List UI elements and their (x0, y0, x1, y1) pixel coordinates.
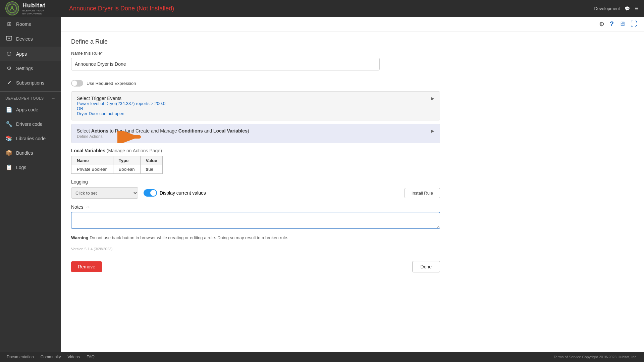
dev-tools-label: Developer tools (5, 96, 44, 100)
header-icons: Development 💬 ☰ (594, 6, 639, 11)
bottom-buttons: Remove Done (71, 258, 440, 272)
sidebar-item-drivers-code[interactable]: 🔧 Drivers code (0, 117, 61, 131)
sidebar-label-logs: Logs (16, 165, 26, 170)
vars-table: Name Type Value Private BooleanBooleantr… (71, 156, 163, 174)
logging-row: Click to set Display current values Inst… (71, 187, 440, 199)
display-current-values-label: Display current values (160, 190, 206, 196)
sidebar-item-subscriptions[interactable]: ✔ Subscriptions (0, 75, 61, 90)
dev-tools-collapse-icon[interactable]: ↔ (51, 96, 56, 101)
footer-link-community[interactable]: Community (41, 355, 61, 359)
logging-section: Logging Click to set Display current val… (71, 179, 440, 199)
cell-type: Boolean (113, 165, 140, 174)
cell-value: true (140, 165, 163, 174)
name-rule-input[interactable] (71, 58, 380, 70)
use-required-expression-toggle[interactable] (71, 80, 83, 87)
apps-code-icon: 📄 (5, 106, 13, 113)
content-toolbar: ⚙ ? 🖥 ⛶ (61, 17, 644, 32)
bundles-icon: 📦 (5, 150, 13, 156)
display-current-values-toggle[interactable] (144, 189, 157, 197)
logo-tagline: ELEVATE YOUR ENVIRONMENT (22, 9, 66, 15)
logs-icon: 📋 (5, 164, 13, 170)
sidebar-item-apps-code[interactable]: 📄 Apps code (0, 102, 61, 117)
table-row: Private BooleanBooleantrue (71, 165, 163, 174)
devices-icon (5, 35, 13, 43)
trigger-or: OR (77, 106, 84, 111)
name-rule-label: Name this Rule* (71, 51, 440, 56)
sidebar-item-devices[interactable]: Devices (0, 31, 61, 47)
sidebar-label-rooms: Rooms (16, 21, 31, 27)
notes-section: Notes ↔ (71, 204, 440, 230)
svg-point-3 (8, 38, 10, 39)
footer-link-docs[interactable]: Documentation (7, 355, 34, 359)
actions-block: Select Actions to Run (and Create and Ma… (71, 124, 440, 143)
trigger-events-header[interactable]: Select Trigger Events Power level of Dry… (71, 92, 440, 120)
actions-chevron-icon: ▶ (431, 128, 434, 134)
local-vars-label: Local Variables (Manage on Actions Page) (71, 148, 440, 153)
footer-right: Terms of Service Copyright 2018-2023 Hub… (554, 355, 637, 359)
apps-icon: ⬡ (5, 51, 13, 57)
sidebar-label-subscriptions: Subscriptions (16, 80, 44, 86)
logo-icon (5, 1, 19, 15)
sidebar-item-libraries-code[interactable]: 📚 Libraries code (0, 131, 61, 146)
sidebar-label-devices: Devices (16, 36, 33, 42)
trigger-link-power[interactable]: Power level of Dryer(234.337) reports > … (77, 101, 165, 106)
sidebar-item-settings[interactable]: ⚙ Settings (0, 61, 61, 75)
sidebar-item-rooms[interactable]: ⊞ Rooms (0, 17, 61, 31)
sidebar-label-bundles: Bundles (16, 150, 33, 156)
use-required-expression-label: Use Required Expression (87, 81, 136, 86)
notifications-icon[interactable]: 💬 (625, 6, 630, 11)
local-vars-section: Local Variables (Manage on Actions Page)… (71, 148, 440, 174)
expand-tool-icon[interactable]: ⛶ (631, 20, 637, 28)
col-name: Name (71, 156, 113, 165)
notes-textarea[interactable] (71, 212, 440, 229)
actions-title: Select Actions to Run (and Create and Ma… (77, 128, 249, 134)
libraries-code-icon: 📚 (5, 135, 13, 142)
footer: Documentation Community Videos FAQ Terms… (0, 352, 644, 362)
page-title: Announce Dryer is Done (Not Installed) (66, 5, 594, 12)
dev-tools-header: Developer tools ↔ (0, 93, 61, 102)
sidebar-item-logs[interactable]: 📋 Logs (0, 160, 61, 174)
logo-name: Hubitat (22, 2, 66, 9)
settings-icon: ⚙ (5, 65, 13, 71)
notes-expand-icon: ↔ (86, 204, 91, 210)
define-rule-title: Define a Rule (71, 38, 440, 45)
sidebar-item-apps[interactable]: ⬡ Apps (0, 47, 61, 61)
logging-select[interactable]: Click to set (71, 187, 138, 199)
actions-header[interactable]: Select Actions to Run (and Create and Ma… (71, 124, 440, 143)
sidebar-label-apps-code: Apps code (16, 107, 38, 112)
version-text: Version 5.1.4 (3/28/2023) (71, 247, 440, 251)
remove-button[interactable]: Remove (71, 261, 102, 272)
monitor-tool-icon[interactable]: 🖥 (619, 20, 625, 28)
subscriptions-icon: ✔ (5, 80, 13, 86)
sidebar-label-settings: Settings (16, 66, 33, 71)
drivers-code-icon: 🔧 (5, 121, 13, 127)
cell-name: Private Boolean (71, 165, 113, 174)
sidebar-item-bundles[interactable]: 📦 Bundles (0, 146, 61, 160)
trigger-events-title: Select Trigger Events (77, 96, 165, 101)
footer-link-videos[interactable]: Videos (67, 355, 79, 359)
sidebar: ⊞ Rooms Devices ⬡ Apps ⚙ Settings ✔ Subs… (0, 17, 61, 352)
logo-text: Hubitat ELEVATE YOUR ENVIRONMENT (22, 2, 66, 15)
sidebar-label-apps: Apps (16, 51, 27, 57)
done-button[interactable]: Done (412, 261, 440, 272)
env-label: Development (594, 6, 620, 11)
col-type: Type (113, 156, 140, 165)
svg-point-1 (11, 6, 13, 8)
footer-links: Documentation Community Videos FAQ (7, 355, 95, 359)
use-required-expression-row: Use Required Expression (71, 80, 440, 87)
footer-link-faq[interactable]: FAQ (87, 355, 95, 359)
trigger-link-door[interactable]: Dryer Door contact open (77, 111, 124, 116)
display-toggle-row: Display current values (144, 189, 206, 197)
logging-label: Logging (71, 179, 440, 185)
actions-subtitle: Define Actions (77, 134, 249, 139)
trigger-events-links: Power level of Dryer(234.337) reports > … (77, 101, 165, 116)
sidebar-label-libraries-code: Libraries code (16, 136, 46, 141)
help-tool-icon[interactable]: ? (610, 20, 614, 28)
logo-area: Hubitat ELEVATE YOUR ENVIRONMENT (5, 1, 66, 15)
install-rule-button[interactable]: Install Rule (405, 188, 440, 198)
menu-icon[interactable]: ☰ (635, 6, 639, 11)
rooms-icon: ⊞ (5, 21, 13, 27)
trigger-chevron-icon: ▶ (431, 96, 434, 101)
settings-tool-icon[interactable]: ⚙ (599, 20, 604, 28)
sidebar-label-drivers-code: Drivers code (16, 121, 43, 127)
